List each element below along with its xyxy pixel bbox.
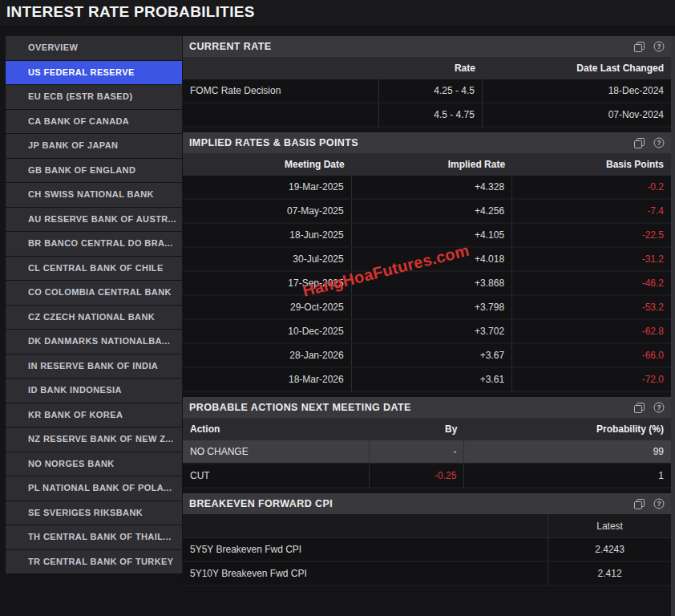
popout-icon[interactable] [634, 499, 645, 509]
panel-actions: ? [634, 137, 665, 148]
sidebar-item[interactable]: CZ CZECH NATIONAL BANK [6, 306, 182, 330]
sidebar-item[interactable]: ID BANK INDONESIA [6, 379, 182, 403]
table-row[interactable]: 18-Jun-2025+4.105-22.5 [183, 224, 671, 248]
sidebar-item[interactable]: TR CENTRAL BANK OF TURKEY [6, 550, 182, 574]
column-header: Latest [548, 514, 671, 538]
current-rate-table: RateDate Last Changed FOMC Rate Decision… [183, 57, 671, 128]
popout-icon[interactable] [634, 403, 645, 413]
sidebar-item[interactable]: CO COLOMBIA CENTRAL BANK [6, 281, 182, 305]
column-header [183, 514, 548, 538]
table-row[interactable]: 29-Oct-2025+3.798-53.2 [183, 296, 671, 320]
table-row[interactable]: 19-Mar-2025+4.328-0.2 [183, 176, 671, 200]
probable-actions-panel: PROBABLE ACTIONS NEXT MEETING DATE ? Act… [183, 397, 671, 488]
scrollbar-rail[interactable] [671, 36, 675, 616]
panel-header: PROBABLE ACTIONS NEXT MEETING DATE ? [183, 397, 671, 418]
panel-title: CURRENT RATE [189, 41, 634, 52]
cell: +3.702 [352, 320, 512, 344]
help-icon[interactable]: ? [653, 498, 665, 509]
table-row[interactable]: 18-Mar-2026+3.61-72.0 [183, 368, 671, 392]
column-header: By [370, 418, 464, 440]
sidebar-item[interactable]: CH SWISS NATIONAL BANK [6, 183, 182, 207]
sidebar-item[interactable]: NO NORGES BANK [6, 452, 182, 476]
implied-rates-table: Meeting DateImplied RateBasis Points 19-… [183, 153, 671, 392]
column-header-row: ActionByProbability (%) [183, 418, 671, 440]
cell: FOMC Rate Decision [183, 79, 379, 103]
column-header: Action [183, 418, 370, 440]
svg-text:?: ? [657, 403, 661, 411]
cell: -7.4 [512, 200, 671, 224]
column-header [183, 57, 379, 79]
table-row[interactable]: 5Y5Y Breakeven Fwd CPI2.4243 [183, 538, 671, 562]
column-header-row: Meeting DateImplied RateBasis Points [183, 153, 671, 176]
cell: -72.0 [512, 368, 671, 392]
table-row[interactable]: FOMC Rate Decision4.25 - 4.518-Dec-2024 [183, 79, 671, 103]
cell: -62.8 [512, 320, 671, 344]
table-row[interactable]: 30-Jul-2025+4.018-31.2 [183, 248, 671, 272]
cell: +3.868 [352, 272, 512, 296]
sidebar-item[interactable]: EU ECB (ESTR BASED) [6, 85, 182, 109]
panel-actions: ? [634, 498, 665, 509]
table-row[interactable]: 17-Sep-2025+3.868-46.2 [183, 272, 671, 296]
help-icon[interactable]: ? [653, 137, 665, 148]
sidebar-item[interactable]: KR BANK OF KOREA [6, 403, 182, 428]
sidebar-item[interactable]: DK DANMARKS NATIONALBA... [6, 330, 182, 354]
table-row[interactable]: 28-Jan-2026+3.67-66.0 [183, 344, 671, 368]
help-icon[interactable]: ? [653, 41, 665, 52]
breakeven-cpi-table: Latest 5Y5Y Breakeven Fwd CPI2.42435Y10Y… [183, 514, 671, 586]
cell: -53.2 [512, 296, 671, 320]
table-row[interactable]: 10-Dec-2025+3.702-62.8 [183, 320, 671, 344]
column-header: Implied Rate [352, 153, 512, 176]
popout-icon[interactable] [634, 42, 645, 52]
cell: CUT [183, 464, 370, 488]
table-row[interactable]: NO CHANGE-99 [183, 440, 671, 464]
cell: 29-Oct-2025 [183, 296, 352, 320]
sidebar-item[interactable]: GB BANK OF ENGLAND [6, 159, 182, 183]
sidebar-item[interactable]: US FEDERAL RESERVE [6, 61, 182, 85]
sidebar-item[interactable]: TH CENTRAL BANK OF THAIL... [6, 525, 182, 549]
sidebar-item[interactable]: JP BANK OF JAPAN [6, 134, 182, 158]
cell: -46.2 [512, 272, 671, 296]
main-content: CURRENT RATE ? RateDate Last Changed FOM… [183, 36, 671, 586]
cell: 07-Nov-2024 [483, 103, 671, 128]
cell: 18-Dec-2024 [483, 79, 671, 103]
panel-actions: ? [634, 41, 665, 52]
cell: 18-Mar-2026 [183, 368, 352, 392]
sidebar-item[interactable]: CA BANK OF CANADA [6, 110, 182, 134]
column-header: Rate [379, 57, 483, 79]
panel-header: BREAKEVEN FORWARD CPI ? [183, 493, 671, 514]
cell: -22.5 [512, 224, 671, 248]
cell: 5Y10Y Breakeven Fwd CPI [183, 562, 548, 586]
svg-text:?: ? [657, 139, 661, 147]
cell: +3.61 [352, 368, 512, 392]
panel-title: IMPLIED RATES & BASIS POINTS [189, 137, 634, 148]
page-title: INTEREST RATE PROBABILITIES [0, 0, 675, 21]
sidebar-item[interactable]: NZ RESERVE BANK OF NEW Z... [6, 428, 182, 452]
popout-icon[interactable] [634, 138, 645, 148]
cell: 28-Jan-2026 [183, 344, 352, 368]
cell: 10-Dec-2025 [183, 320, 352, 344]
panel-title: PROBABLE ACTIONS NEXT MEETING DATE [189, 402, 634, 413]
table-row[interactable]: 4.5 - 4.7507-Nov-2024 [183, 103, 671, 128]
cell: -0.25 [370, 464, 464, 488]
table-row[interactable]: 07-May-2025+4.256-7.4 [183, 200, 671, 224]
table-row[interactable]: 5Y10Y Breakeven Fwd CPI2.412 [183, 562, 671, 586]
cell: 19-Mar-2025 [183, 176, 352, 200]
sidebar-item[interactable]: OVERVIEW [6, 36, 182, 60]
sidebar-item[interactable]: CL CENTRAL BANK OF CHILE [6, 257, 182, 281]
sidebar-item[interactable]: BR BANCO CENTRAL DO BRA... [6, 232, 182, 256]
sidebar-item[interactable]: SE SVERIGES RIKSBANK [6, 501, 182, 525]
breakeven-cpi-panel: BREAKEVEN FORWARD CPI ? Latest 5Y5Y Brea… [183, 493, 671, 586]
cell: +3.798 [352, 296, 512, 320]
sidebar-item[interactable]: AU RESERVE BANK OF AUSTR... [6, 208, 182, 232]
column-header: Meeting Date [183, 153, 352, 176]
column-header-row: RateDate Last Changed [183, 57, 671, 79]
sidebar-item[interactable]: IN RESERVE BANK OF INDIA [6, 355, 182, 379]
cell: -31.2 [512, 248, 671, 272]
cell: 30-Jul-2025 [183, 248, 352, 272]
cell: NO CHANGE [183, 440, 370, 464]
panel-header: IMPLIED RATES & BASIS POINTS ? [183, 132, 671, 153]
help-icon[interactable]: ? [653, 402, 665, 413]
table-row[interactable]: CUT-0.251 [183, 464, 671, 488]
sidebar-item[interactable]: PL NATIONAL BANK OF POLA... [6, 476, 182, 500]
cell: 99 [464, 440, 671, 464]
